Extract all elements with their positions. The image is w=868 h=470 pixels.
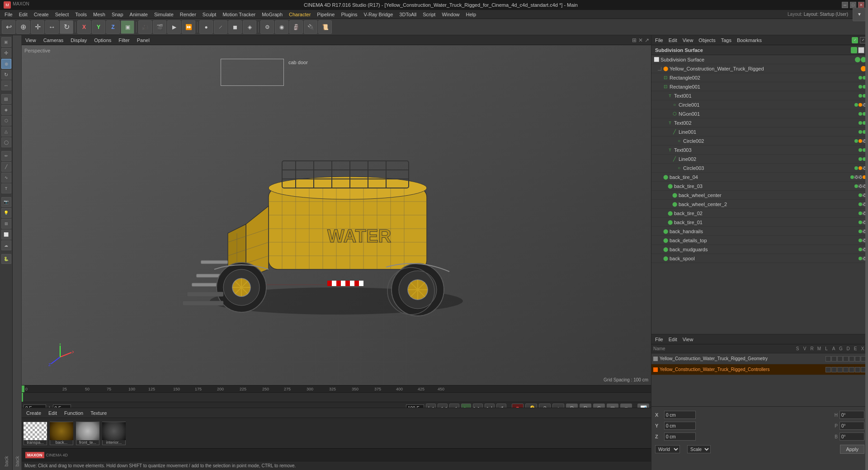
point-mode-btn[interactable]: ●: [199, 20, 213, 34]
axis-x-btn[interactable]: X: [77, 20, 91, 34]
ctrl-icon-2[interactable]: [831, 367, 837, 372]
viewport-corner-3[interactable]: ↗: [645, 37, 649, 43]
om-row-backtire02[interactable]: ⬤ back_tire_02: [651, 209, 868, 218]
tool-light[interactable]: 💡: [1, 208, 11, 218]
om-row-rect001[interactable]: ⊡ Rectangle001: [651, 82, 868, 91]
z-position-input[interactable]: [664, 432, 696, 441]
p-rotation-input[interactable]: [840, 422, 864, 430]
tool-rotate[interactable]: ↻: [1, 70, 11, 80]
sculpt-btn[interactable]: 🗿: [289, 20, 303, 34]
material-transparent[interactable]: transpa...: [24, 422, 47, 445]
render-active-btn[interactable]: ▶: [167, 20, 181, 34]
tool-text[interactable]: T: [1, 183, 11, 193]
display-menu[interactable]: Display: [69, 37, 89, 44]
tool-sky[interactable]: ☁: [1, 240, 11, 250]
script-btn[interactable]: 📜: [318, 20, 332, 34]
menu-tools[interactable]: Tools: [72, 11, 90, 18]
h-rotation-input[interactable]: [840, 411, 864, 419]
om-row-backtire03[interactable]: ⬤ back_tire_03: [651, 182, 868, 191]
geom-icon-4[interactable]: [843, 356, 849, 362]
layout-btn[interactable]: ▼: [853, 8, 866, 21]
om-row-circle002[interactable]: ○ Circle002: [651, 136, 868, 146]
poly-mode-btn[interactable]: ◼: [228, 20, 242, 34]
tool-grid[interactable]: ⊞: [1, 219, 11, 229]
om-lock-btn[interactable]: [858, 47, 864, 53]
menu-sculpt[interactable]: Sculpt: [200, 11, 219, 18]
render-frame-btn[interactable]: 🎬: [153, 20, 166, 34]
axis-y-btn[interactable]: Y: [92, 20, 105, 34]
attr-row-geometry[interactable]: Yellow_Construction_Water_Truck_Rigged_G…: [651, 353, 868, 364]
geom-icon-6[interactable]: [855, 356, 860, 362]
ctrl-icon-3[interactable]: [837, 367, 843, 372]
edge-mode-btn[interactable]: ⟋: [214, 20, 227, 34]
object-mode-btn[interactable]: ▣: [121, 20, 134, 34]
filter-menu[interactable]: Filter: [117, 37, 131, 44]
cameras-menu[interactable]: Cameras: [42, 37, 66, 44]
geom-icon-2[interactable]: [831, 356, 837, 362]
attr-file[interactable]: File: [653, 336, 665, 343]
menu-pipeline[interactable]: Pipeline: [314, 11, 337, 18]
menu-mesh[interactable]: Mesh: [90, 11, 108, 18]
back-side-label[interactable]: back: [14, 456, 20, 466]
tool-line[interactable]: ╱: [1, 162, 11, 172]
mat-function[interactable]: Function: [61, 409, 86, 417]
options-menu[interactable]: Options: [92, 37, 113, 44]
material-front[interactable]: front_te...: [76, 422, 99, 445]
om-row-wheelcenter[interactable]: ⬤ back_wheel_center: [651, 191, 868, 200]
undo-btn[interactable]: ↩: [2, 20, 15, 34]
tool-mode[interactable]: ▣: [1, 37, 11, 47]
viewport-corner-2[interactable]: ✕: [638, 37, 643, 43]
coord-space-select[interactable]: World Object: [655, 445, 680, 453]
menu-select[interactable]: Select: [52, 11, 72, 18]
ctrl-icon-5[interactable]: [849, 367, 854, 372]
om-row-text002[interactable]: T Text002: [651, 118, 868, 127]
menu-create[interactable]: Create: [31, 11, 52, 18]
x-position-input[interactable]: [664, 411, 696, 419]
tool-floor[interactable]: ⬜: [1, 230, 11, 240]
tool-select[interactable]: ⊕: [1, 59, 11, 69]
y-position-input[interactable]: [664, 422, 696, 430]
menu-motion-tracker[interactable]: Motion Tracker: [220, 11, 258, 18]
move-btn[interactable]: ✛: [31, 20, 44, 34]
om-row-handrails[interactable]: ⬤ back_handrails: [651, 227, 868, 236]
menu-edit[interactable]: Edit: [16, 11, 30, 18]
om-row-subdivision[interactable]: ⬜ Subdivision Surface: [651, 55, 868, 64]
tool-obj3[interactable]: ⬡: [1, 116, 11, 126]
tool-scale[interactable]: ↔: [1, 80, 11, 90]
menu-simulate[interactable]: Simulate: [151, 11, 176, 18]
close-btn[interactable]: ✕: [858, 2, 864, 8]
material-back[interactable]: back...: [50, 422, 73, 445]
viewport-canvas[interactable]: Perspective cab door X Y Z: [22, 45, 651, 385]
live-select-btn[interactable]: ⊕: [16, 20, 30, 34]
mat-create[interactable]: Create: [24, 409, 44, 417]
axis-z-btn[interactable]: Z: [106, 20, 120, 34]
tool-obj2[interactable]: ◈: [1, 105, 11, 115]
menu-mograph[interactable]: MoGraph: [259, 11, 285, 18]
om-row-mudguards[interactable]: ⬤ back_mudguards: [651, 245, 868, 254]
tool-obj5[interactable]: ◯: [1, 137, 11, 147]
tool-spline[interactable]: ∿: [1, 173, 11, 183]
om-row-backtire04[interactable]: ⬤ back_tire_04: [651, 173, 868, 182]
menu-render[interactable]: Render: [177, 11, 199, 18]
viewport-corner-1[interactable]: ⊞: [632, 37, 637, 43]
tool-obj1[interactable]: ▤: [1, 94, 11, 104]
om-row-line001[interactable]: ╱ Line001: [651, 127, 868, 136]
tool-python[interactable]: 🐍: [1, 254, 11, 264]
geom-icon-1[interactable]: [826, 356, 831, 362]
menu-file[interactable]: File: [2, 11, 15, 18]
maximize-btn[interactable]: □: [850, 2, 856, 8]
om-tags[interactable]: Tags: [719, 37, 733, 44]
om-eye-btn[interactable]: ✓: [852, 37, 858, 43]
menu-vray[interactable]: V-Ray Bridge: [361, 11, 396, 18]
om-file[interactable]: File: [653, 37, 665, 44]
menu-window[interactable]: Window: [439, 11, 462, 18]
view-menu[interactable]: View: [24, 37, 38, 44]
om-row-backtire01[interactable]: ⬤ back_tire_01: [651, 218, 868, 227]
attr-row-controllers[interactable]: Yellow_Construction_Water_Truck_Rigged_C…: [651, 364, 868, 375]
scale-btn[interactable]: ↔: [45, 20, 59, 34]
ctrl-icon-1[interactable]: [826, 367, 831, 372]
render-preview-btn[interactable]: 🎥: [138, 20, 152, 34]
om-vis-btn[interactable]: [851, 47, 857, 53]
materials-btn[interactable]: ◉: [275, 20, 288, 34]
minimize-btn[interactable]: ─: [842, 2, 848, 8]
